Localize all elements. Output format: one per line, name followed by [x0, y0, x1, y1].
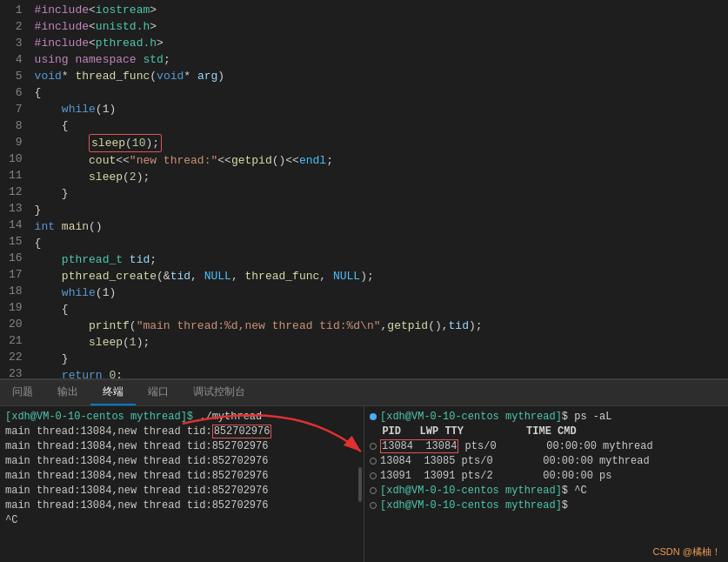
- panel-tab-调试控制台[interactable]: 调试控制台: [181, 380, 257, 405]
- code-line-18: pthread_t tid;: [35, 251, 728, 268]
- line-number-17: 17: [9, 266, 23, 283]
- line-number-15: 15: [9, 233, 23, 250]
- empty-dot-extra-1: [370, 502, 377, 509]
- terminal-right-header: [xdh@VM-0-10-centos mythread]$ ps -aL: [370, 410, 723, 425]
- code-line-21: while(1): [35, 284, 728, 301]
- line-number-10: 10: [9, 151, 23, 167]
- code-line-24: sleep(1);: [35, 334, 728, 351]
- line-number-13: 13: [9, 200, 23, 217]
- ps-row-2: 13091 13091 pts/2 00:00:00 ps: [370, 469, 723, 484]
- code-line-17: {: [35, 235, 728, 251]
- terminal-left-line-2: main thread:13084,new thread tid:8527029…: [5, 439, 358, 454]
- watermark: CSDN @橘柚！: [653, 545, 721, 559]
- code-line-2: #include<unistd.h>: [35, 18, 728, 35]
- empty-dot-extra-0: [370, 487, 377, 494]
- empty-dot: [370, 443, 377, 450]
- code-container: 1234567891011121314151617181920212223242…: [0, 0, 728, 378]
- code-line-26: return 0;: [35, 367, 728, 378]
- editor-area: 1234567891011121314151617181920212223242…: [0, 0, 728, 378]
- terminal-left-line-5: main thread:13084,new thread tid:8527029…: [5, 484, 358, 498]
- code-line-8: {: [35, 84, 728, 101]
- code-line-22: {: [35, 301, 728, 318]
- panel-tab-终端[interactable]: 终端: [90, 380, 136, 405]
- terminal-left-line-6: main thread:13084,new thread tid:8527029…: [5, 498, 358, 513]
- code-line-16: int main(): [35, 218, 728, 235]
- code-line-7: void* thread_func(void* arg): [35, 68, 728, 84]
- terminal-right[interactable]: [xdh@VM-0-10-centos mythread]$ ps -aL PI…: [364, 406, 728, 562]
- line-number-12: 12: [9, 184, 23, 200]
- code-line-4: using namespace std;: [35, 51, 728, 68]
- line-number-14: 14: [9, 217, 23, 233]
- line-number-4: 4: [9, 51, 23, 68]
- code-line-15: }: [35, 202, 728, 218]
- line-number-22: 22: [9, 349, 23, 365]
- panel-tab-输出[interactable]: 输出: [45, 380, 90, 405]
- code-line-23: printf("main thread:%d,new thread tid:%d…: [35, 318, 728, 334]
- terminal-left-line-4: main thread:13084,new thread tid:8527029…: [5, 469, 358, 484]
- line-number-9: 9: [9, 134, 23, 151]
- line-number-19: 19: [9, 299, 23, 316]
- ps-table-header: PID LWP TTY TIME CMD: [370, 425, 723, 439]
- code-content: #include<iostream>#include<unistd.h>#inc…: [31, 0, 728, 378]
- line-number-21: 21: [9, 332, 23, 349]
- line-number-2: 2: [9, 18, 23, 35]
- line-number-1: 1: [9, 2, 23, 18]
- panel-tab-问题[interactable]: 问题: [0, 380, 45, 405]
- code-line-9: while(1): [35, 101, 728, 117]
- code-line-1: #include<iostream>: [35, 2, 728, 18]
- line-number-23: 23: [9, 365, 23, 378]
- line-number-20: 20: [9, 316, 23, 332]
- terminal-left-line-0: [xdh@VM-0-10-centos mythread]$ ./mythrea…: [5, 410, 358, 425]
- code-line-19: pthread_create(&tid, NULL, thread_func, …: [35, 268, 728, 284]
- empty-dot-2: [370, 472, 377, 479]
- left-scrollbar[interactable]: [358, 467, 362, 502]
- terminal-left-line-1: main thread:13084,new thread tid:8527029…: [5, 425, 358, 439]
- panel-tab-端口[interactable]: 端口: [136, 380, 181, 405]
- ps-row-1: 13084 13085 pts/0 00:00:00 mythread: [370, 454, 723, 469]
- bottom-panel: 问题输出终端端口调试控制台 [xdh@VM-0-10-centos mythre…: [0, 379, 728, 562]
- terminal-right-extra-0: [xdh@VM-0-10-centos mythread]$ ^C: [370, 484, 723, 498]
- line-number-7: 7: [9, 101, 23, 117]
- line-number-5: 5: [9, 68, 23, 84]
- line-number-6: 6: [9, 84, 23, 101]
- line-number-16: 16: [9, 250, 23, 266]
- code-line-12: cout<<"new thread:"<<getpid()<<endl;: [35, 152, 728, 169]
- blue-dot: [370, 413, 377, 420]
- terminal-left-line-7: ^C: [5, 513, 358, 528]
- terminal-right-extra-1: [xdh@VM-0-10-centos mythread]$: [370, 498, 723, 513]
- panel-content: [xdh@VM-0-10-centos mythread]$ ./mythrea…: [0, 406, 728, 562]
- code-line-25: }: [35, 351, 728, 367]
- line-number-3: 3: [9, 35, 23, 51]
- line-number-11: 11: [9, 167, 23, 184]
- line-number-18: 18: [9, 283, 23, 299]
- code-line-11: sleep(10);: [35, 134, 728, 152]
- terminal-left[interactable]: [xdh@VM-0-10-centos mythread]$ ./mythrea…: [0, 406, 364, 562]
- panel-tabs: 问题输出终端端口调试控制台: [0, 380, 728, 406]
- code-line-13: sleep(2);: [35, 169, 728, 185]
- code-line-14: }: [35, 185, 728, 202]
- code-line-3: #include<pthread.h>: [35, 35, 728, 51]
- terminal-left-line-3: main thread:13084,new thread tid:8527029…: [5, 454, 358, 469]
- ps-row-0: 13084 13084 pts/0 00:00:00 mythread: [370, 439, 723, 454]
- empty-dot-1: [370, 458, 377, 465]
- line-number-8: 8: [9, 117, 23, 134]
- line-numbers: 1234567891011121314151617181920212223242…: [0, 0, 31, 378]
- code-line-10: {: [35, 117, 728, 134]
